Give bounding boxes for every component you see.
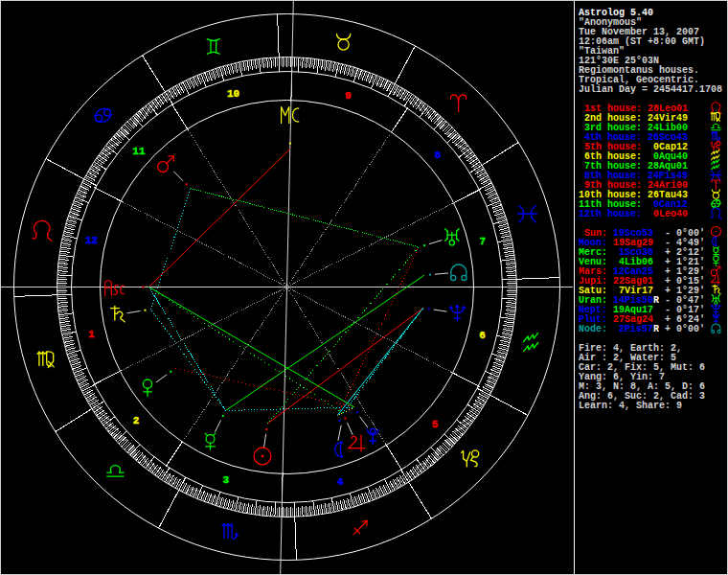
svg-text:Julian Day = 2454417.1708: Julian Day = 2454417.1708 [579,84,722,95]
svg-text:1: 1 [88,329,95,340]
svg-text:Learn: 4, Share: 9: Learn: 4, Share: 9 [579,401,682,411]
svg-text:R: R [653,324,659,334]
svg-text:5: 5 [432,419,439,430]
svg-text:12: 12 [85,235,98,246]
svg-text:Node:: Node: [579,324,607,334]
svg-text:+ 0°00': + 0°00' [665,324,705,334]
svg-text:2Pis57: 2Pis57 [613,324,653,334]
svg-text:11: 11 [132,146,146,157]
svg-text:2: 2 [133,415,140,426]
svg-text:8: 8 [435,150,442,161]
svg-text:4: 4 [337,476,344,488]
svg-text:0Leo40: 0Leo40 [648,209,688,219]
svg-text:12th house:: 12th house: [579,209,642,219]
svg-text:R: R [653,295,659,306]
svg-text:6: 6 [479,330,486,341]
svg-text:9: 9 [345,90,352,102]
svg-text:10: 10 [227,88,239,100]
svg-text:7: 7 [479,236,486,247]
svg-text:3: 3 [222,474,229,486]
